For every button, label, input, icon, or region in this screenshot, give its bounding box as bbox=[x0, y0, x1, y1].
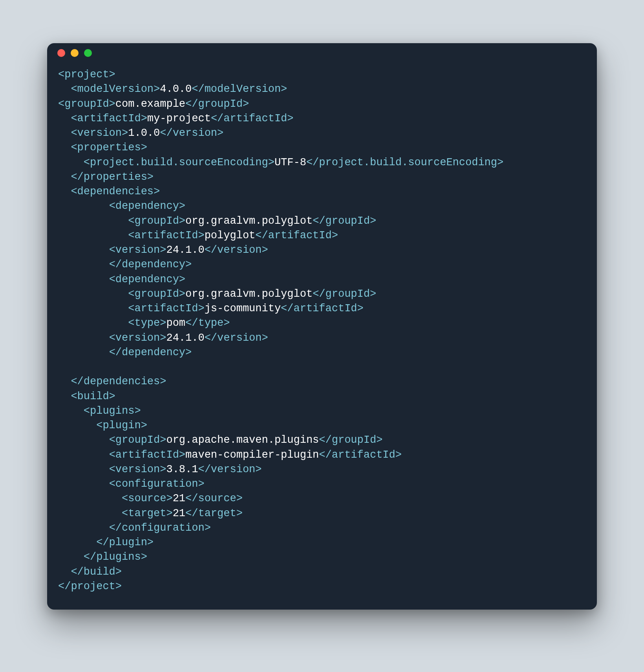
val-dep1-artifactid: js-community bbox=[205, 303, 281, 314]
val-dep1-groupid: org.graalvm.polyglot bbox=[185, 288, 313, 300]
tag-target-close: </target> bbox=[185, 508, 243, 519]
tag-dependency-close: </dependency> bbox=[109, 259, 192, 270]
tag-plg0-artifactid-close: </artifactId> bbox=[319, 449, 402, 461]
val-plg0-version: 3.8.1 bbox=[166, 464, 198, 475]
tag-project-close: </project> bbox=[58, 581, 122, 592]
val-pbse: UTF-8 bbox=[274, 157, 306, 168]
tag-dep0-groupid-open: <groupId> bbox=[128, 215, 185, 227]
tag-pbse-close: </project.build.sourceEncoding> bbox=[306, 157, 503, 168]
tag-plg0-version-close: </version> bbox=[198, 464, 262, 475]
tag-build-close: </build> bbox=[71, 566, 122, 578]
val-dep0-artifactid: polyglot bbox=[205, 230, 256, 241]
tag-plugins-close: </plugins> bbox=[84, 551, 147, 563]
tag-dep1-artifactid-open: <artifactId> bbox=[128, 303, 204, 314]
val-dep0-version: 24.1.0 bbox=[166, 244, 204, 256]
val-source: 21 bbox=[173, 493, 185, 504]
tag-plg0-groupid-open: <groupId> bbox=[109, 434, 166, 446]
val-target: 21 bbox=[173, 508, 185, 519]
tag-artifactid-open: <artifactId> bbox=[71, 113, 147, 124]
tag-pbse-open: <project.build.sourceEncoding> bbox=[84, 157, 274, 168]
window-close-button[interactable] bbox=[57, 49, 65, 57]
tag-dep1-version-close: </version> bbox=[205, 332, 268, 344]
tag-dependency-open: <dependency> bbox=[109, 200, 185, 212]
tag-groupid-open: <groupId> bbox=[58, 98, 115, 110]
tag-dependency-close-2: </dependency> bbox=[109, 347, 192, 358]
val-modelversion: 4.0.0 bbox=[160, 83, 192, 95]
tag-version-open: <version> bbox=[71, 127, 128, 139]
val-dep0-groupid: org.graalvm.polyglot bbox=[185, 215, 313, 227]
val-groupid: com.example bbox=[115, 98, 185, 110]
window-titlebar bbox=[47, 43, 597, 63]
window-minimize-button[interactable] bbox=[71, 49, 79, 57]
val-dep1-type: pom bbox=[166, 317, 185, 329]
tag-plg0-groupid-close: </groupId> bbox=[319, 434, 382, 446]
tag-dep1-groupid-close: </groupId> bbox=[313, 288, 376, 300]
val-artifactid: my-project bbox=[147, 113, 211, 124]
tag-dep1-artifactid-close: </artifactId> bbox=[281, 303, 364, 314]
tag-plg0-artifactid-open: <artifactId> bbox=[109, 449, 185, 461]
tag-plugins-open: <plugins> bbox=[84, 405, 141, 417]
tag-dep0-groupid-close: </groupId> bbox=[313, 215, 376, 227]
code-window: <project> <modelVersion>4.0.0</modelVers… bbox=[47, 43, 597, 610]
tag-dep1-type-open: <type> bbox=[128, 317, 166, 329]
tag-source-close: </source> bbox=[185, 493, 243, 504]
tag-modelversion-close: </modelVersion> bbox=[192, 83, 287, 95]
tag-version-close: </version> bbox=[160, 127, 223, 139]
tag-dependencies-open: <dependencies> bbox=[71, 186, 160, 197]
val-plg0-groupid: org.apache.maven.plugins bbox=[166, 434, 319, 446]
tag-dep1-type-close: </type> bbox=[185, 317, 230, 329]
tag-configuration-open: <configuration> bbox=[109, 478, 205, 490]
tag-dep0-artifactid-close: </artifactId> bbox=[255, 230, 338, 241]
tag-dep0-version-close: </version> bbox=[205, 244, 268, 256]
val-dep1-version: 24.1.0 bbox=[166, 332, 204, 344]
tag-build-open: <build> bbox=[71, 391, 115, 402]
tag-groupid-close: </groupId> bbox=[185, 98, 249, 110]
tag-dep0-version-open: <version> bbox=[109, 244, 166, 256]
tag-project-open: <project> bbox=[58, 69, 115, 80]
tag-source-open: <source> bbox=[122, 493, 173, 504]
tag-dependency-open-2: <dependency> bbox=[109, 274, 185, 285]
tag-target-open: <target> bbox=[122, 508, 173, 519]
tag-dep0-artifactid-open: <artifactId> bbox=[128, 230, 204, 241]
tag-dep1-groupid-open: <groupId> bbox=[128, 288, 185, 300]
tag-configuration-close: </configuration> bbox=[109, 522, 211, 534]
tag-artifactid-close: </artifactId> bbox=[211, 113, 294, 124]
tag-plugin-close: </plugin> bbox=[96, 537, 154, 548]
tag-dependencies-close: </dependencies> bbox=[71, 376, 166, 387]
tag-plg0-version-open: <version> bbox=[109, 464, 166, 475]
tag-properties-close: </properties> bbox=[71, 171, 154, 183]
code-block: <project> <modelVersion>4.0.0</modelVers… bbox=[47, 63, 597, 598]
window-zoom-button[interactable] bbox=[84, 49, 92, 57]
tag-dep1-version-open: <version> bbox=[109, 332, 166, 344]
tag-modelversion-open: <modelVersion> bbox=[71, 83, 160, 95]
val-version: 1.0.0 bbox=[128, 127, 160, 139]
tag-properties-open: <properties> bbox=[71, 142, 147, 153]
val-plg0-artifactid: maven-compiler-plugin bbox=[185, 449, 319, 461]
tag-plugin-open: <plugin> bbox=[96, 420, 147, 431]
